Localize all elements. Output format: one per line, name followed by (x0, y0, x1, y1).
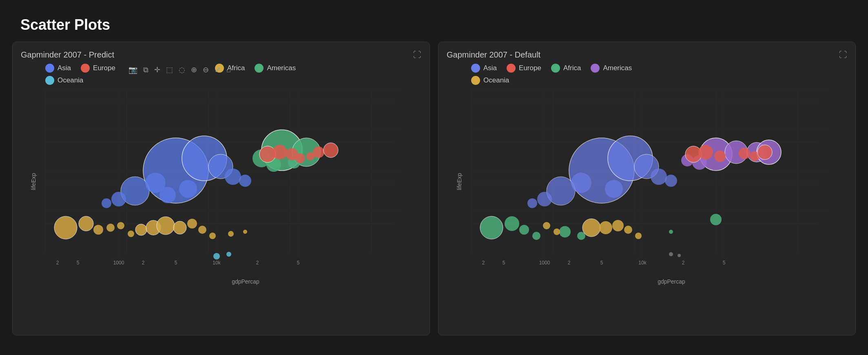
scatter-svg-default[interactable]: 100 80 60 40 2 5 1000 2 5 10k 2 5 (471, 89, 826, 277)
svg-point-59 (226, 252, 231, 257)
chart-panel-default: Gapminder 2007 - Default ⛶ Asia Europe A… (438, 42, 856, 335)
scatter-svg-predict[interactable]: 100 80 60 40 2 5 1000 2 5 10k 2 5 (45, 89, 400, 277)
toolbar-copy[interactable]: ⧉ (142, 65, 150, 75)
toolbar-zoomin[interactable]: ⊕ (189, 64, 199, 75)
svg-point-102 (665, 175, 677, 187)
svg-text:10k: 10k (213, 260, 221, 266)
legend-label-asia-default: Asia (483, 64, 497, 72)
svg-point-30 (187, 219, 197, 229)
svg-point-93 (624, 226, 632, 234)
expand-icon-predict[interactable]: ⛶ (413, 50, 421, 60)
toolbar-fit[interactable]: ⤢ (213, 64, 222, 75)
legend-default: Asia Europe Africa Americas (447, 64, 847, 73)
svg-point-28 (157, 217, 175, 235)
svg-point-21 (79, 216, 93, 231)
svg-point-104 (537, 192, 552, 206)
legend-dot-oceania-predict (45, 76, 54, 85)
svg-text:10k: 10k (638, 260, 647, 266)
chart-panel-predict: Gapminder 2007 - Predict ⛶ Asia Europe 📷… (12, 42, 430, 335)
svg-text:2: 2 (256, 260, 259, 266)
legend-dot-africa-default (551, 64, 560, 73)
legend-item-oceania-default: Oceania (471, 76, 509, 85)
x-label-default: gdpPercap (496, 278, 847, 285)
svg-point-32 (209, 233, 216, 239)
chart-area-default: lifeExp 100 80 60 40 2 5 1000 2 5 10k 2 … (471, 89, 847, 285)
legend-label-oceania-predict: Oceania (58, 76, 83, 84)
chart-area-predict: lifeExp 100 80 60 40 2 5 1000 2 (45, 89, 421, 285)
legend-label-africa-default: Africa (563, 64, 581, 72)
svg-point-94 (635, 233, 642, 239)
chart-title-predict: Gapminder 2007 - Predict (21, 50, 421, 60)
legend-dot-americas-default (591, 64, 600, 73)
toolbar-move[interactable]: ✛ (153, 64, 162, 75)
svg-point-44 (239, 175, 251, 187)
svg-point-86 (710, 214, 722, 225)
svg-point-91 (599, 221, 612, 234)
legend-predict-row2: Oceania (21, 76, 421, 85)
toolbar-select[interactable]: ⬚ (164, 64, 175, 75)
legend-label-europe-default: Europe (519, 64, 541, 72)
svg-point-20 (54, 216, 77, 239)
svg-point-56 (313, 146, 324, 158)
svg-text:5: 5 (723, 260, 726, 266)
svg-point-58 (213, 253, 220, 260)
svg-point-80 (480, 216, 503, 239)
svg-text:5: 5 (600, 260, 603, 266)
y-label-default: lifeExp (456, 173, 463, 190)
svg-point-89 (554, 229, 560, 235)
svg-point-88 (543, 222, 550, 229)
legend-dot-oceania-default (471, 76, 480, 85)
svg-point-112 (698, 145, 713, 160)
svg-point-116 (757, 145, 772, 160)
svg-text:1000: 1000 (113, 260, 124, 266)
legend-dot-asia-default (471, 64, 480, 73)
svg-point-57 (323, 143, 338, 158)
svg-text:2: 2 (142, 260, 145, 266)
svg-point-83 (532, 232, 540, 240)
svg-point-117 (669, 252, 673, 256)
toolbar-camera[interactable]: 📷 (127, 64, 139, 75)
legend-predict: Asia Europe 📷 ⧉ ✛ ⬚ ◌ ⊕ ⊖ ⤢ ⌂ Africa (21, 64, 421, 73)
svg-point-45 (102, 198, 111, 208)
svg-point-101 (651, 169, 667, 185)
svg-text:2: 2 (482, 260, 485, 266)
svg-point-29 (173, 221, 186, 234)
svg-point-40 (179, 180, 197, 198)
toolbar-zoomout[interactable]: ⊖ (201, 64, 210, 75)
chart-title-default: Gapminder 2007 - Default (447, 50, 847, 60)
charts-container: Gapminder 2007 - Predict ⛶ Asia Europe 📷… (0, 42, 868, 335)
legend-label-americas-predict: Americas (267, 64, 296, 72)
legend-label-americas-default: Americas (603, 64, 632, 72)
expand-icon-default[interactable]: ⛶ (839, 50, 847, 60)
page-title: Scatter Plots (0, 0, 868, 42)
svg-point-98 (571, 173, 591, 193)
legend-dot-europe-default (507, 64, 516, 73)
toolbar-home[interactable]: ⌂ (225, 65, 232, 75)
svg-text:2: 2 (568, 260, 571, 266)
svg-point-92 (612, 220, 624, 231)
x-label-predict: gdpPercap (70, 278, 421, 285)
svg-point-23 (106, 224, 115, 232)
svg-point-34 (243, 230, 247, 234)
svg-text:5: 5 (297, 260, 300, 266)
svg-point-114 (739, 148, 750, 159)
legend-item-africa-default: Africa (551, 64, 581, 73)
legend-label-europe-predict: Europe (93, 64, 115, 72)
legend-label-asia-predict: Asia (58, 64, 71, 72)
legend-item-asia-default: Asia (471, 64, 497, 73)
svg-point-22 (93, 225, 103, 235)
legend-item-europe-default: Europe (507, 64, 541, 73)
legend-item-americas-predict: Americas (255, 64, 296, 73)
svg-point-54 (295, 153, 305, 163)
legend-item-oceania-predict: Oceania (45, 76, 83, 85)
svg-point-33 (228, 231, 234, 237)
legend-item-europe-predict: Europe (81, 64, 115, 73)
svg-point-52 (272, 145, 287, 160)
toolbar-lasso[interactable]: ◌ (177, 64, 187, 75)
legend-dot-americas-predict (255, 64, 264, 73)
toolbar-predict: 📷 ⧉ ✛ ⬚ ◌ ⊕ ⊖ ⤢ ⌂ (127, 64, 232, 75)
legend-dot-asia-predict (45, 64, 54, 73)
svg-point-99 (605, 180, 623, 198)
legend-label-oceania-default: Oceania (483, 76, 509, 84)
svg-point-118 (678, 254, 681, 257)
